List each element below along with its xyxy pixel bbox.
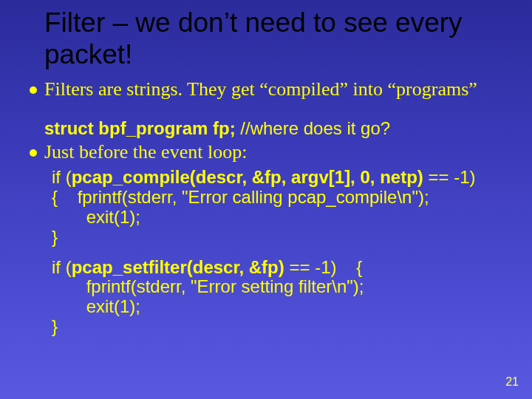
code-call: pcap_compile(descr, &fp, argv[1], 0, net… <box>72 167 423 187</box>
code-text: == -1) { <box>284 257 362 277</box>
code-struct-decl: struct bpf_program fp; <box>44 118 236 138</box>
bullet-text: Filters are strings. They get “compiled”… <box>44 78 477 100</box>
code-text: if ( <box>52 167 72 187</box>
bullet-item: Just before the event loop: <box>30 140 510 163</box>
code-comment: //where does it go? <box>240 118 390 138</box>
code-text: == -1) <box>423 167 476 187</box>
code-text: { fprintf(stderr, "Error calling pcap_co… <box>52 187 429 207</box>
code-block-compile: if (pcap_compile(descr, &fp, argv[1], 0,… <box>52 168 510 248</box>
code-text: exit(1); <box>52 296 140 316</box>
code-declaration: struct bpf_program fp; //where does it g… <box>44 118 510 139</box>
slide-content: Filters are strings. They get “compiled”… <box>0 70 532 337</box>
bullet-icon <box>30 149 37 157</box>
code-text: } <box>52 316 58 336</box>
code-text: exit(1); <box>52 207 140 227</box>
code-call: pcap_setfilter(descr, &fp) <box>72 257 284 277</box>
slide-number: 21 <box>505 375 519 389</box>
bullet-item: Filters are strings. They get “compiled”… <box>30 78 510 100</box>
slide: Filter – we don’t need to see every pack… <box>0 0 532 399</box>
spacer <box>30 105 510 118</box>
bullet-icon <box>30 86 37 94</box>
code-block-setfilter: if (pcap_setfilter(descr, &fp) == -1) { … <box>52 258 510 338</box>
code-text: } <box>52 227 58 247</box>
slide-title: Filter – we don’t need to see every pack… <box>0 0 532 70</box>
code-text: if ( <box>52 257 72 277</box>
code-text: fprintf(stderr, "Error setting filter\n"… <box>52 276 364 296</box>
bullet-text: Just before the event loop: <box>44 140 247 163</box>
